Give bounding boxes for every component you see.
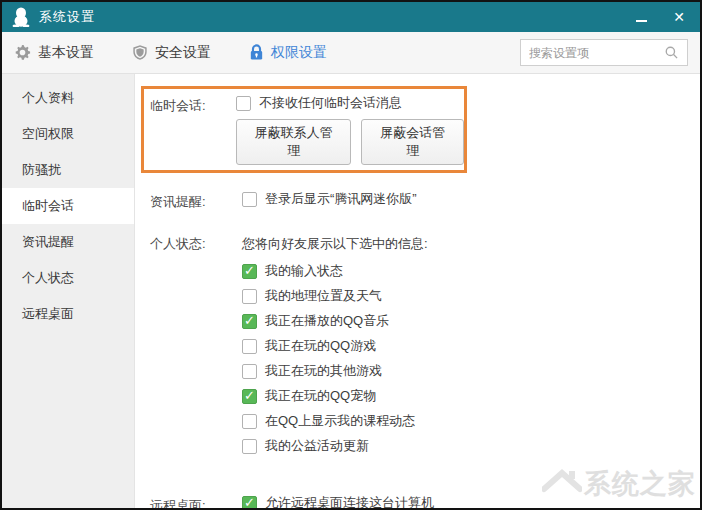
titlebar: 系统设置 ✕ <box>2 2 700 32</box>
checkbox[interactable] <box>242 496 257 509</box>
section-temp-session: 临时会话: 不接收任何临时会话消息 屏蔽联系人管理 屏蔽会话管理 <box>141 86 467 173</box>
checkbox-label: 我正在玩的QQ宠物 <box>265 387 376 405</box>
window-title: 系统设置 <box>39 8 95 26</box>
section-label: 临时会话: <box>150 94 236 165</box>
checkbox-label: 登录后显示“腾讯网迷你版” <box>265 190 417 208</box>
section-label: 资讯提醒: <box>150 190 242 211</box>
section-remote-desktop: 远程桌面: 允许远程桌面连接这台计算机 自动接受连接请求（建议您手动关闭Wind… <box>150 494 700 508</box>
settings-content: 临时会话: 不接收任何临时会话消息 屏蔽联系人管理 屏蔽会话管理 资讯提醒: <box>135 74 700 508</box>
section-personal-status: 个人状态: 您将向好友展示以下选中的信息: 我的输入状态 我的地理位置及天气 我… <box>150 232 700 455</box>
sidebar-item-space-permissions[interactable]: 空间权限 <box>2 116 134 152</box>
tab-bar: 基本设置 安全设置 权限设置 <box>2 32 700 74</box>
section-news-alert: 资讯提醒: 登录后显示“腾讯网迷你版” <box>150 190 700 211</box>
checkbox[interactable] <box>242 389 257 404</box>
news-alert-option[interactable]: 登录后显示“腾讯网迷你版” <box>242 190 700 208</box>
status-option-qq-pet[interactable]: 我正在玩的QQ宠物 <box>242 387 700 405</box>
checkbox[interactable] <box>242 289 257 304</box>
tab-permission-settings[interactable]: 权限设置 <box>249 44 327 62</box>
checkbox[interactable] <box>242 264 257 279</box>
search-icon <box>664 45 679 60</box>
block-sessions-manage-button[interactable]: 屏蔽会话管理 <box>361 119 464 165</box>
search-input[interactable] <box>529 46 664 60</box>
section-label: 个人状态: <box>150 232 242 455</box>
qq-penguin-icon <box>12 7 30 27</box>
personal-status-intro: 您将向好友展示以下选中的信息: <box>242 232 700 253</box>
status-option-qq-music[interactable]: 我正在播放的QQ音乐 <box>242 312 700 330</box>
status-option-qq-games[interactable]: 我正在玩的QQ游戏 <box>242 337 700 355</box>
shield-icon <box>132 44 148 61</box>
status-option-typing[interactable]: 我的输入状态 <box>242 262 700 280</box>
minimize-icon <box>636 20 647 22</box>
tab-basic-settings[interactable]: 基本设置 <box>14 44 94 62</box>
status-option-course-updates[interactable]: 在QQ上显示我的课程动态 <box>242 412 700 430</box>
section-label: 远程桌面: <box>150 494 242 508</box>
sidebar-item-remote-desktop[interactable]: 远程桌面 <box>2 296 134 332</box>
status-option-other-games[interactable]: 我正在玩的其他游戏 <box>242 362 700 380</box>
checkbox[interactable] <box>242 314 257 329</box>
checkbox-label: 我的地理位置及天气 <box>265 287 382 305</box>
tab-label: 基本设置 <box>38 44 94 62</box>
lock-icon <box>249 44 264 61</box>
checkbox-label: 我正在玩的其他游戏 <box>265 362 382 380</box>
checkbox[interactable] <box>242 414 257 429</box>
checkbox-label: 在QQ上显示我的课程动态 <box>265 412 415 430</box>
checkbox-label: 允许远程桌面连接这台计算机 <box>265 494 434 508</box>
sidebar-item-profile[interactable]: 个人资料 <box>2 80 134 116</box>
checkbox-label: 我的输入状态 <box>265 262 343 280</box>
checkbox-label: 不接收任何临时会话消息 <box>259 94 402 112</box>
settings-search <box>520 39 688 66</box>
sidebar-item-personal-status[interactable]: 个人状态 <box>2 260 134 296</box>
temp-session-option[interactable]: 不接收任何临时会话消息 <box>236 94 464 112</box>
sidebar-item-temp-session[interactable]: 临时会话 <box>2 188 134 224</box>
sidebar-item-news-alert[interactable]: 资讯提醒 <box>2 224 134 260</box>
checkbox[interactable] <box>242 439 257 454</box>
sidebar-item-anti-harassment[interactable]: 防骚扰 <box>2 152 134 188</box>
checkbox-label: 我的公益活动更新 <box>265 437 369 455</box>
status-option-location-weather[interactable]: 我的地理位置及天气 <box>242 287 700 305</box>
checkbox[interactable] <box>242 364 257 379</box>
tab-security-settings[interactable]: 安全设置 <box>132 44 211 62</box>
status-option-charity-updates[interactable]: 我的公益活动更新 <box>242 437 700 455</box>
checkbox-label: 我正在玩的QQ游戏 <box>265 337 376 355</box>
gear-icon <box>14 44 31 61</box>
settings-window: 系统设置 ✕ 基本设置 安全设置 <box>0 0 702 510</box>
remote-allow-option[interactable]: 允许远程桌面连接这台计算机 <box>242 494 700 508</box>
checkbox[interactable] <box>242 192 257 207</box>
tab-label: 安全设置 <box>155 44 211 62</box>
minimize-button[interactable] <box>630 8 652 26</box>
block-contacts-manage-button[interactable]: 屏蔽联系人管理 <box>236 119 351 165</box>
tab-label: 权限设置 <box>271 44 327 62</box>
sidebar: 个人资料 空间权限 防骚扰 临时会话 资讯提醒 个人状态 远程桌面 <box>2 74 135 508</box>
close-button[interactable]: ✕ <box>668 8 690 26</box>
checkbox-label: 我正在播放的QQ音乐 <box>265 312 389 330</box>
checkbox[interactable] <box>236 96 251 111</box>
checkbox[interactable] <box>242 339 257 354</box>
